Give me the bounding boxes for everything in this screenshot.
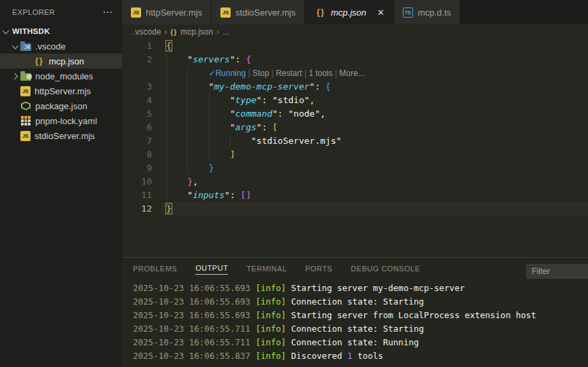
code-line-8[interactable]: 8 ] [122, 148, 588, 161]
code-token: inputs [193, 190, 224, 200]
tab-mcp-d-ts[interactable]: TSmcp.d.ts [394, 0, 460, 24]
sidebar-item-httpserver-mjs[interactable]: JShttpServer.mjs [0, 83, 122, 98]
chevron-down-icon[interactable] [9, 41, 20, 52]
indent-guide [187, 121, 188, 134]
log-line: 2025-10-23 16:06:55.693 [info] Connectio… [133, 295, 588, 309]
log-timestamp: 2025-10-23 16:06:55.711 [133, 324, 256, 334]
sidebar-item--vscode[interactable]: .vscode [0, 39, 122, 54]
code-line-12[interactable]: 12} [122, 202, 588, 216]
npm-hexagon-icon [20, 100, 31, 111]
code-token: ": "node", [273, 109, 326, 119]
code-token: } [166, 204, 172, 214]
code-token: ": [256, 122, 272, 132]
code-line-9[interactable]: 9 } [122, 161, 588, 175]
log-line: 2025-10-23 16:06:55.711 [info] Connectio… [133, 322, 588, 336]
sidebar-item-pnpm-lock-yaml[interactable]: pnpm-lock.yaml [0, 113, 122, 128]
chevron-down-icon[interactable] [0, 26, 11, 37]
chevron-spacer [9, 85, 20, 96]
panel-tab-debug-console[interactable]: DEBUG CONSOLE [351, 262, 420, 275]
json-braces-icon: {} [314, 7, 326, 18]
tab-label: httpServer.mjs [146, 7, 202, 18]
tab-httpserver-mjs[interactable]: JShttpServer.mjs [122, 0, 212, 24]
panel-tab-output[interactable]: OUTPUT [195, 261, 228, 275]
indent-guide [209, 148, 210, 161]
codelens-link-1-tools[interactable]: 1 tools [309, 69, 332, 78]
tab-stdioserver-mjs[interactable]: JSstdioServer.mjs [212, 0, 305, 24]
breadcrumb-item[interactable]: mcp.json [180, 27, 213, 37]
chevron-spacer [9, 115, 20, 126]
codelens-link-restart[interactable]: Restart [276, 69, 302, 78]
file-label: httpServer.mjs [35, 86, 91, 96]
code-line-11[interactable]: 11 "inputs": [] [122, 189, 588, 202]
line-number: 7 [122, 134, 152, 148]
code-line-10[interactable]: 10 }, [122, 175, 588, 189]
log-timestamp: 2025-10-23 16:06:55.693 [133, 283, 256, 293]
codelens-row[interactable]: ✓Running | Stop | Restart | 1 tools | Mo… [122, 66, 588, 80]
indent-guide [166, 189, 167, 202]
pnpm-grid-icon [20, 115, 31, 126]
code-line-content: { [166, 39, 172, 53]
vscode-folder-icon [20, 41, 31, 52]
tab-mcp-json[interactable]: {}mcp.json✕ [305, 0, 394, 24]
indent-guide [187, 148, 188, 161]
sidebar-item-package-json[interactable]: package.json [0, 98, 122, 113]
output-filter-input[interactable] [526, 264, 588, 279]
code-line-3[interactable]: 3 "my-demo-mcp-server": { [122, 80, 588, 94]
log-line: 2025-10-23 16:06:55.693 [info] Starting … [133, 309, 588, 322]
codelens-separator: | [302, 69, 309, 78]
line-number: 8 [122, 148, 152, 161]
sidebar-item-node-modules[interactable]: node_modules [0, 69, 122, 83]
indent-guide [166, 121, 167, 134]
breadcrumb[interactable]: .vscode›{}mcp.json›... [122, 24, 588, 39]
code-area[interactable]: 1{2 "servers": {✓Running | Stop | Restar… [122, 39, 588, 216]
breadcrumb-item[interactable]: ... [222, 27, 229, 37]
workspace-root[interactable]: WITHSDK [0, 24, 122, 39]
line-number [122, 66, 152, 80]
log-message: Discovered [291, 351, 347, 361]
log-level-badge: [info] [256, 283, 292, 293]
indent-guide [166, 94, 167, 107]
code-line-6[interactable]: 6 "args": [ [122, 121, 588, 134]
json-braces-icon: {} [170, 28, 177, 36]
code-line-4[interactable]: 4 "type": "stdio", [122, 94, 588, 107]
code-line-1[interactable]: 1{ [122, 39, 588, 53]
indent-guide [187, 134, 188, 148]
close-icon[interactable]: ✕ [377, 8, 385, 17]
editor-pane[interactable]: .vscode›{}mcp.json›... 1{2 "servers": {✓… [122, 24, 588, 257]
codelens-link-stop[interactable]: Stop [252, 69, 269, 78]
chevron-spacer [22, 56, 33, 66]
indent-guide [166, 80, 167, 94]
codelens-content: ✓Running | Stop | Restart | 1 tools | Mo… [166, 66, 365, 80]
panel-tab-problems[interactable]: PROBLEMS [133, 262, 177, 275]
breadcrumb-item[interactable]: .vscode [133, 27, 161, 37]
log-timestamp: 2025-10-23 16:06:55.711 [133, 337, 256, 347]
code-token: " [166, 122, 235, 132]
panel-tab-terminal[interactable]: TERMINAL [246, 262, 287, 275]
file-label: stdioServer.mjs [35, 131, 95, 141]
indent-guide [209, 134, 210, 148]
code-line-5[interactable]: 5 "command": "node", [122, 107, 588, 121]
sidebar-item-stdioserver-mjs[interactable]: JSstdioServer.mjs [0, 128, 122, 143]
code-token: servers [193, 54, 230, 64]
output-log[interactable]: 2025-10-23 16:06:55.693 [info] Starting … [122, 278, 588, 363]
codelens-link-more-[interactable]: More... [339, 69, 364, 78]
code-token: , [193, 176, 198, 187]
panel-tab-ports[interactable]: PORTS [305, 262, 332, 275]
code-line-content: "type": "stdio", [166, 94, 315, 107]
codelens-running-status[interactable]: ✓Running [209, 69, 246, 78]
code-token: " [166, 81, 214, 92]
code-token: } [187, 176, 193, 187]
code-token: ": [224, 190, 240, 200]
codelens-separator: | [269, 69, 276, 78]
more-actions-icon[interactable]: ⋯ [102, 9, 113, 16]
chevron-right-icon[interactable] [9, 71, 20, 81]
code-token: { [326, 81, 331, 92]
file-tree: .vscode{}mcp.jsonnode_modulesJShttpServe… [0, 39, 122, 143]
code-line-content: } [166, 202, 172, 216]
indent-guide [187, 94, 188, 107]
code-token: command [235, 109, 273, 119]
panel-tab-bar: PROBLEMSOUTPUTTERMINALPORTSDEBUG CONSOLE [122, 258, 588, 278]
code-line-2[interactable]: 2 "servers": { [122, 53, 588, 66]
sidebar-item-mcp-json[interactable]: {}mcp.json [0, 54, 122, 69]
code-line-7[interactable]: 7 "stdioServer.mjs" [122, 134, 588, 148]
